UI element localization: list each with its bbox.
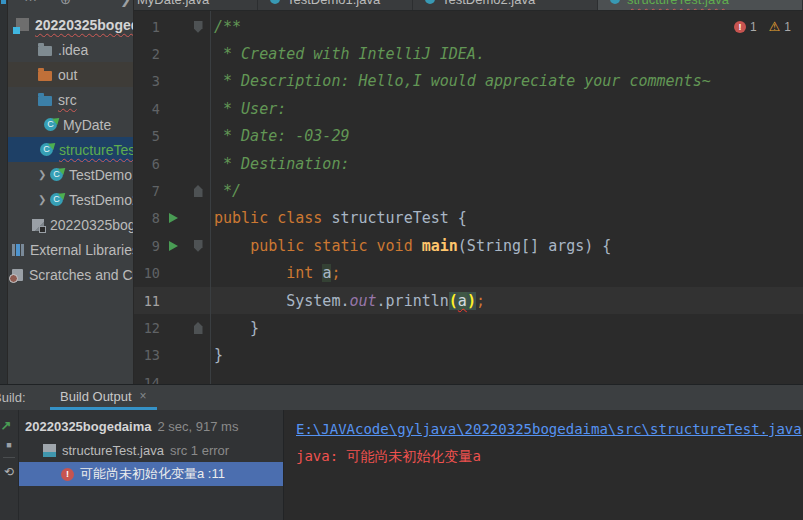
code-token: public static void bbox=[250, 237, 422, 255]
run-icon[interactable] bbox=[169, 241, 178, 251]
tab-testdemo2[interactable]: TestDemo2.java bbox=[413, 0, 598, 11]
code-token: main bbox=[422, 237, 458, 255]
editor-column: MyDate.javaTestDemo1.javaTestDemo2.javas… bbox=[134, 0, 803, 384]
code-token: ; bbox=[476, 292, 485, 310]
code-line[interactable]: 13} bbox=[134, 342, 803, 369]
build-tree-row[interactable]: !可能尚未初始化变量a :11 bbox=[19, 462, 283, 486]
code-line[interactable]: 5 * Date: -03-29 bbox=[134, 123, 803, 150]
stop-icon[interactable]: ■ bbox=[6, 440, 11, 450]
code-line[interactable]: 2 * Created with IntelliJ IDEA. bbox=[134, 40, 803, 67]
line-number: 10 bbox=[134, 265, 160, 281]
code-line[interactable]: 12 } bbox=[134, 314, 803, 341]
inspection-badges[interactable]: ! 1 ⚠ 1 bbox=[734, 19, 791, 34]
code-token bbox=[214, 264, 286, 282]
build-toolbar: ↗■⟲ bbox=[0, 410, 19, 520]
fold-marker-icon[interactable] bbox=[194, 185, 203, 197]
code-line[interactable]: 4 * User: bbox=[134, 95, 803, 122]
line-number: 11 bbox=[134, 293, 160, 309]
fold-gutter bbox=[186, 185, 210, 197]
project-item-label: External Libraries bbox=[30, 242, 133, 258]
project-tree-item[interactable]: Scratches and Consoles bbox=[8, 262, 133, 287]
runnable-class-icon: C bbox=[50, 168, 63, 181]
code-line[interactable]: 7 */ bbox=[134, 177, 803, 204]
rerun-build-icon[interactable]: ↗ bbox=[1, 418, 12, 433]
library-icon bbox=[12, 244, 24, 256]
tab-label: structureTest.java bbox=[627, 0, 729, 7]
source-file-link[interactable]: E:\JAVAcode\gyljava\20220325bogedaima\sr… bbox=[296, 416, 803, 443]
tab-label: TestDemo1.java bbox=[287, 0, 380, 7]
project-tree-item[interactable]: src bbox=[8, 87, 133, 112]
build-tree: 20220325bogedaima2 sec, 917 msstructureT… bbox=[19, 410, 284, 520]
chevron-right-icon[interactable]: ❯ bbox=[38, 194, 50, 205]
line-number: 5 bbox=[134, 128, 160, 144]
line-number: 3 bbox=[134, 73, 160, 89]
code-text: * Destination: bbox=[214, 155, 349, 173]
editor-tab-strip: MyDate.javaTestDemo1.javaTestDemo2.javas… bbox=[134, 0, 803, 11]
code-text: public class structureTest { bbox=[214, 209, 467, 227]
class-file-icon bbox=[270, 0, 280, 4]
code-token: /** bbox=[214, 18, 241, 36]
code-line[interactable]: 11 System.out.println(a); bbox=[134, 287, 803, 314]
project-tree-item[interactable]: ❯CTestDemo2 bbox=[8, 187, 133, 212]
run-icon[interactable] bbox=[169, 213, 178, 223]
fold-marker-icon[interactable] bbox=[194, 21, 203, 33]
build-output-tab-label: Build Output bbox=[60, 389, 132, 404]
project-tree-item[interactable]: ❯CTestDemo1 bbox=[8, 162, 133, 187]
code-line[interactable]: 14 bbox=[134, 369, 803, 384]
scratches-icon bbox=[12, 269, 23, 281]
collapse-all-icon[interactable]: − bbox=[90, 0, 98, 8]
tab-testdemo1[interactable]: TestDemo1.java bbox=[258, 0, 413, 11]
code-text: */ bbox=[214, 182, 241, 200]
build-row-label: 可能尚未初始化变量a :11 bbox=[80, 465, 225, 483]
project-tree-item[interactable]: External Libraries bbox=[8, 237, 133, 262]
code-token: } bbox=[214, 319, 259, 337]
more-icon[interactable]: ⋯ bbox=[24, 0, 37, 8]
error-badge-icon: ! bbox=[734, 21, 746, 33]
code-editor[interactable]: ! 1 ⚠ 1 1/**2 * Created with IntelliJ ID… bbox=[134, 11, 803, 384]
runnable-class-icon: C bbox=[40, 143, 53, 156]
code-line[interactable]: 3 * Description: Hello,I would appreciat… bbox=[134, 68, 803, 95]
project-item-label: 20220325bogedaima.iml bbox=[50, 217, 133, 233]
project-tree-item[interactable]: CMyDate bbox=[8, 112, 133, 137]
code-lines: 1/**2 * Created with IntelliJ IDEA.3 * D… bbox=[134, 13, 803, 384]
fold-marker-icon[interactable] bbox=[194, 322, 203, 334]
project-tree-item[interactable]: CstructureTest bbox=[8, 137, 133, 162]
close-icon[interactable]: × bbox=[140, 389, 147, 403]
project-tree-item[interactable]: .idea bbox=[8, 37, 133, 62]
class-file-icon bbox=[610, 0, 620, 4]
code-line[interactable]: 8public class structureTest { bbox=[134, 205, 803, 232]
tab-label: TestDemo2.java bbox=[442, 0, 535, 7]
line-number: 2 bbox=[134, 46, 160, 62]
code-token: ) bbox=[467, 292, 476, 310]
build-tree-row[interactable]: structureTest.javasrc 1 error bbox=[19, 438, 283, 462]
tab-build-output[interactable]: Build Output × bbox=[50, 385, 157, 410]
folder-icon bbox=[38, 96, 52, 106]
chevron-right-icon[interactable]: ❯ bbox=[38, 169, 50, 180]
build-row-label: structureTest.java bbox=[62, 443, 164, 458]
code-text: } bbox=[214, 346, 223, 364]
main-row: ⋯⊕−❯ 20220325bogedaima.ideaoutsrcCMyDate… bbox=[0, 0, 803, 384]
chevron-right-icon[interactable]: ❯ bbox=[120, 0, 131, 8]
project-tree-item[interactable]: 20220325bogedaima.iml bbox=[8, 212, 133, 237]
code-token bbox=[214, 237, 250, 255]
build-console: E:\JAVAcode\gyljava\20220325bogedaima\sr… bbox=[284, 410, 803, 520]
tab-mydate[interactable]: MyDate.java bbox=[134, 0, 258, 11]
project-tree-item[interactable]: 20220325bogedaima bbox=[8, 12, 133, 37]
code-line[interactable]: 9 public static void main(String[] args)… bbox=[134, 232, 803, 259]
code-line[interactable]: 6 * Destination: bbox=[134, 150, 803, 177]
tab-structuretest[interactable]: structureTest.java bbox=[598, 0, 803, 11]
code-line[interactable]: 1/** bbox=[134, 13, 803, 40]
settings-icon[interactable]: ⟲ bbox=[4, 465, 14, 479]
code-line[interactable]: 10 int a; bbox=[134, 260, 803, 287]
code-token bbox=[214, 292, 286, 310]
code-token: ( bbox=[449, 292, 458, 310]
project-item-label: out bbox=[58, 67, 77, 83]
code-token: } bbox=[214, 346, 223, 364]
toolwindow-icon[interactable] bbox=[1, 0, 6, 4]
code-token: System. bbox=[286, 292, 349, 310]
build-tree-row[interactable]: 20220325bogedaima2 sec, 917 ms bbox=[19, 414, 283, 438]
project-tree-item[interactable]: out bbox=[8, 62, 133, 87]
folder-icon bbox=[38, 71, 52, 81]
fold-marker-icon[interactable] bbox=[194, 240, 203, 252]
locate-icon[interactable]: ⊕ bbox=[60, 0, 71, 8]
